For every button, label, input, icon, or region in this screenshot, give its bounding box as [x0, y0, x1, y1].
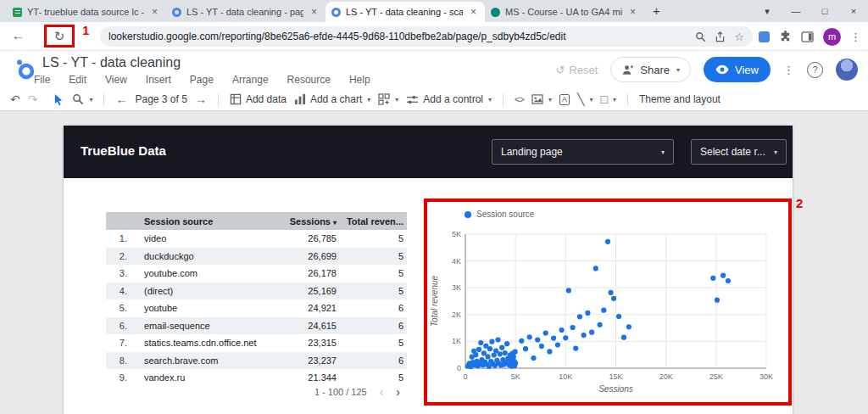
help-icon[interactable]: ?: [807, 62, 823, 78]
menu-edit[interactable]: Edit: [69, 74, 86, 86]
svg-text:30K: 30K: [760, 372, 773, 381]
menu-file[interactable]: File: [34, 74, 50, 86]
zoom-icon[interactable]: [695, 31, 706, 42]
community-visualizations-button[interactable]: ▾: [378, 93, 398, 105]
extensions-puzzle-icon[interactable]: [779, 31, 792, 43]
image-tool-button[interactable]: ▾: [531, 94, 552, 104]
line-tool-button[interactable]: ╲ ▾: [577, 92, 593, 106]
embed-icon[interactable]: <>: [515, 94, 524, 104]
tab-close-icon[interactable]: ×: [468, 6, 479, 18]
edit-toolbar: ↶ ↷ ▾ ← Page 3 of 5 → Add data Add a cha…: [0, 88, 868, 111]
chevron-down-icon: ▾: [613, 96, 616, 104]
cell-session-source: video: [138, 233, 267, 243]
reload-icon[interactable]: ↻: [54, 29, 65, 44]
row-index: 9.: [106, 372, 138, 381]
chevron-down-icon: ▾: [774, 148, 777, 156]
side-panel-icon[interactable]: [801, 31, 814, 42]
extension-icon[interactable]: [759, 31, 770, 42]
select-cursor-icon[interactable]: [53, 93, 64, 106]
scatter-chart[interactable]: 01K2K3K4K5K05K10K15K20K25K30KSessionsTot…: [427, 222, 788, 397]
theme-layout-button[interactable]: Theme and layout: [639, 93, 721, 105]
table-row: 5.youtube24,9216: [106, 299, 407, 317]
shape-tool-button[interactable]: □ ▾: [600, 92, 615, 106]
tab-close-icon[interactable]: ×: [309, 6, 320, 18]
cell-session-source: email-sequence: [138, 321, 267, 331]
view-label: View: [735, 64, 759, 76]
new-tab-button[interactable]: +: [653, 3, 660, 18]
browser-menu-icon[interactable]: ⋮: [850, 31, 861, 43]
table-row: 2.duckduckgo26,6995: [106, 248, 407, 266]
minimize-icon[interactable]: —: [782, 6, 810, 16]
undo-icon[interactable]: ↶: [10, 92, 20, 106]
back-icon[interactable]: ←: [12, 28, 25, 42]
reset-button[interactable]: ↺ Reset: [555, 64, 598, 76]
report-header-band: TrueBlue Data Landing page ▾ Select date…: [64, 126, 793, 178]
share-button[interactable]: Share ▾: [610, 57, 691, 82]
col-session-source[interactable]: Session source: [138, 216, 267, 227]
browser-tab-3-active[interactable]: LS - YT - data cleaning - scatterp... ×: [326, 2, 485, 22]
legend-label: Session source: [476, 210, 534, 219]
menu-view[interactable]: View: [105, 74, 127, 86]
add-chart-button[interactable]: Add a chart ▾: [294, 93, 370, 105]
date-range-filter[interactable]: Select date r... ▾: [691, 139, 787, 165]
text-tool-icon[interactable]: A: [559, 94, 570, 105]
more-options-icon[interactable]: ⋮: [783, 64, 794, 76]
filter-label: Select date r...: [700, 146, 765, 158]
share-icon[interactable]: [715, 31, 726, 42]
share-label: Share: [640, 64, 670, 76]
view-button[interactable]: View: [704, 57, 771, 82]
landing-page-filter[interactable]: Landing page ▾: [492, 139, 674, 165]
add-control-button[interactable]: Add a control ▾: [406, 93, 492, 105]
close-icon[interactable]: ×: [839, 6, 868, 16]
tab-close-icon[interactable]: ×: [627, 6, 638, 18]
row-index: 7.: [106, 338, 138, 348]
zoom-tool-button[interactable]: ▾: [72, 93, 92, 105]
menu-page[interactable]: Page: [190, 74, 214, 86]
add-chart-label: Add a chart: [310, 93, 362, 105]
menu-resource[interactable]: Resource: [287, 74, 331, 86]
next-page-icon[interactable]: →: [195, 92, 207, 106]
page-indicator[interactable]: Page 3 of 5: [135, 93, 186, 105]
row-index: 8.: [106, 355, 138, 366]
tab-title: MS - Course - UA to GA4 migrat...: [505, 7, 622, 17]
cell-sessions: 26,785: [267, 233, 337, 243]
pagination-prev-icon[interactable]: ‹: [380, 385, 384, 399]
cell-sessions: 21,344: [267, 372, 337, 381]
col-total-revenue[interactable]: Total reven...: [337, 216, 407, 227]
report-title[interactable]: LS - YT - data cleaning: [42, 55, 181, 70]
cell-sessions: 26,178: [267, 268, 337, 278]
browser-profile-avatar[interactable]: m: [823, 28, 841, 46]
user-avatar[interactable]: [836, 59, 858, 81]
svg-text:4K: 4K: [452, 257, 461, 266]
browser-actions: m ⋮: [759, 26, 861, 47]
tab-close-icon[interactable]: ×: [149, 6, 160, 18]
chevron-down-icon: ▾: [89, 96, 92, 104]
annotation-box-2: Session source 01K2K3K4K5K05K10K15K20K25…: [424, 199, 792, 406]
menu-insert[interactable]: Insert: [146, 74, 171, 86]
cell-total-revenue: 6: [337, 355, 407, 366]
col-sessions[interactable]: Sessions▾: [267, 216, 337, 227]
browser-tab-2[interactable]: LS - YT - data cleaning - page 3 l ×: [166, 2, 326, 22]
address-bar[interactable]: lookerstudio.google.com/reporting/8be625…: [100, 26, 753, 47]
cell-sessions: 25,169: [267, 286, 337, 296]
add-data-button[interactable]: Add data: [230, 93, 287, 105]
svg-text:2K: 2K: [452, 310, 461, 319]
browser-window: YT- trueblue data source lc - Goo × LS -…: [0, 0, 868, 414]
table-row: 4.(direct)25,1695: [106, 283, 407, 300]
redo-icon[interactable]: ↷: [28, 92, 38, 106]
table-header-row: Session source Sessions▾ Total reven...: [106, 212, 407, 230]
divider: [627, 93, 628, 106]
tab-search-chevron-icon[interactable]: ▾: [753, 6, 782, 17]
pagination-next-icon[interactable]: ›: [396, 385, 400, 399]
report-page[interactable]: TrueBlue Data Landing page ▾ Select date…: [64, 126, 793, 414]
sessions-table[interactable]: Session source Sessions▾ Total reven... …: [106, 212, 407, 399]
svg-text:0: 0: [457, 364, 461, 372]
browser-tab-4[interactable]: MS - Course - UA to GA4 migrat... ×: [485, 2, 644, 22]
cell-total-revenue: 5: [337, 372, 407, 381]
menu-arrange[interactable]: Arrange: [232, 74, 269, 86]
menu-help[interactable]: Help: [349, 74, 370, 86]
bookmark-star-icon[interactable]: ☆: [734, 31, 744, 43]
prev-page-icon[interactable]: ←: [115, 92, 127, 106]
browser-tab-1[interactable]: YT- trueblue data source lc - Goo ×: [7, 2, 166, 22]
maximize-icon[interactable]: □: [810, 6, 839, 16]
